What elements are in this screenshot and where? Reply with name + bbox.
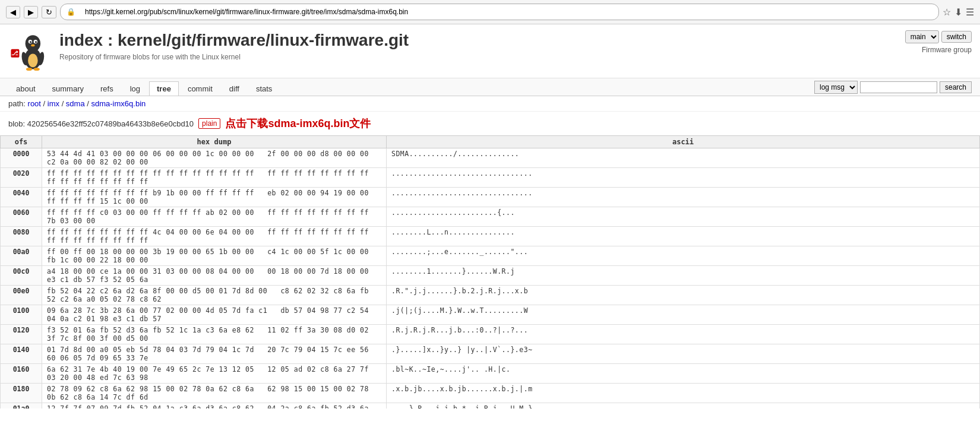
cell-hex: 01 7d 8d 00 a0 05 eb 5d 78 04 03 7d 79 0… bbox=[42, 344, 387, 364]
blob-info: blob: 420256546e32ff52c07489ba46433b8e6e… bbox=[0, 112, 980, 135]
cell-hex: 53 44 4d 41 03 00 00 00 06 00 00 00 1c 0… bbox=[42, 148, 387, 168]
cell-ascii: ................................ bbox=[387, 168, 980, 188]
cell-ascii: .j(|;(j....M.}.W..w.T.........W bbox=[387, 305, 980, 325]
cell-ofs: 0120 bbox=[1, 325, 42, 344]
cell-ofs: 0020 bbox=[1, 168, 42, 188]
hex-dump-container[interactable]: ofs hex dump ascii 0000 53 44 4d 41 03 0… bbox=[0, 135, 980, 408]
path-file[interactable]: sdma-imx6q.bin bbox=[91, 99, 146, 108]
cell-hex: 6a 62 31 7e 4b 40 19 00 7e 49 65 2c 7e 1… bbox=[42, 364, 387, 384]
reload-button[interactable]: ↻ bbox=[42, 6, 56, 18]
cell-ofs: 0160 bbox=[1, 364, 42, 384]
lock-icon: 🔒 bbox=[67, 8, 75, 16]
cell-hex: ff ff ff ff ff ff ff ff ff ff ff ff ff f… bbox=[42, 168, 387, 188]
cell-ofs: 00a0 bbox=[1, 246, 42, 266]
cell-hex: ff ff ff ff ff ff ff ff 4c 04 00 00 6e 0… bbox=[42, 227, 387, 246]
col-header-ofs: ofs bbox=[1, 136, 42, 148]
table-row: 0140 01 7d 8d 00 a0 05 eb 5d 78 04 03 7d… bbox=[1, 344, 980, 364]
cell-ofs: 00e0 bbox=[1, 286, 42, 305]
menu-icon[interactable]: ☰ bbox=[966, 7, 974, 18]
tab-diff[interactable]: diff bbox=[222, 81, 247, 96]
cell-ofs: 00c0 bbox=[1, 266, 42, 286]
tab-summary[interactable]: summary bbox=[45, 81, 91, 96]
branch-switch-area: main switch bbox=[905, 30, 972, 43]
repo-description: Repository of firmware blobs for use wit… bbox=[59, 53, 409, 61]
col-header-ascii: ascii bbox=[387, 136, 980, 148]
tab-commit[interactable]: commit bbox=[180, 81, 220, 96]
cell-hex: f3 52 01 6a fb 52 d3 6a fb 52 1c 1a c3 6… bbox=[42, 325, 387, 344]
cell-ofs: 0140 bbox=[1, 344, 42, 364]
svg-point-4 bbox=[26, 35, 40, 52]
path-imx[interactable]: imx bbox=[48, 99, 59, 108]
repo-info: index : kernel/git/firmware/linux-firmwa… bbox=[59, 30, 409, 61]
table-row: 00e0 fb 52 04 22 c2 6a d2 6a 8f 00 00 d5… bbox=[1, 286, 980, 305]
svg-point-9 bbox=[31, 45, 34, 47]
tab-log[interactable]: log bbox=[122, 81, 148, 96]
cell-ascii: .R.".j.j......}.b.2.j.R.j...x.b bbox=[387, 286, 980, 305]
search-bar: log msg search bbox=[814, 81, 972, 94]
col-header-hex: hex dump bbox=[42, 136, 387, 148]
cell-hex: ff 00 ff 00 18 00 00 00 3b 19 00 00 65 1… bbox=[42, 246, 387, 266]
svg-point-11 bbox=[34, 68, 40, 71]
cell-ascii: ....}.R...j.j.b.*..j.R.j...U.M.} bbox=[387, 403, 980, 409]
cell-ofs: 0080 bbox=[1, 227, 42, 246]
cell-hex: ff ff ff ff ff ff ff ff b9 1b 00 00 ff f… bbox=[42, 188, 387, 207]
cell-ascii: .}.....]x..}y..} |y..|.V`..}.e3~ bbox=[387, 344, 980, 364]
url-input[interactable] bbox=[79, 6, 932, 18]
table-row: 00c0 a4 18 00 00 ce 1a 00 00 31 03 00 00… bbox=[1, 266, 980, 286]
cell-ascii: SDMA........../.............. bbox=[387, 148, 980, 168]
nav-tabs: about summary refs log tree commit diff … bbox=[0, 78, 980, 96]
path-sdma[interactable]: sdma bbox=[66, 99, 85, 108]
cell-hex: fb 52 04 22 c2 6a d2 6a 8f 00 00 d5 00 0… bbox=[42, 286, 387, 305]
logo-area: ⎇ bbox=[8, 30, 50, 72]
cell-ascii: ........................{... bbox=[387, 207, 980, 227]
cell-ofs: 0040 bbox=[1, 188, 42, 207]
table-row: 0180 02 78 09 62 c8 6a 62 98 15 00 02 78… bbox=[1, 384, 980, 403]
cell-ascii: ........;...e......._......"... bbox=[387, 246, 980, 266]
search-button[interactable]: search bbox=[940, 81, 972, 93]
back-button[interactable]: ◀ bbox=[6, 6, 20, 18]
cell-ofs: 0180 bbox=[1, 384, 42, 403]
page-header: ⎇ index : kernel/git/firmware/linux-firm… bbox=[0, 24, 980, 78]
tab-refs[interactable]: refs bbox=[93, 81, 121, 96]
table-row: 00a0 ff 00 ff 00 18 00 00 00 3b 19 00 00… bbox=[1, 246, 980, 266]
switch-button[interactable]: switch bbox=[941, 31, 972, 43]
repo-title: index : kernel/git/firmware/linux-firmwa… bbox=[59, 30, 409, 50]
bookmark-icon[interactable]: ☆ bbox=[943, 7, 951, 18]
cell-ofs: 0000 bbox=[1, 148, 42, 168]
download-icon[interactable]: ⬇ bbox=[954, 7, 962, 18]
blob-hash: blob: 420256546e32ff52c07489ba46433b8e6e… bbox=[8, 119, 194, 128]
table-row: 0000 53 44 4d 41 03 00 00 00 06 00 00 00… bbox=[1, 148, 980, 168]
cell-hex: a4 18 00 00 ce 1a 00 00 31 03 00 00 08 0… bbox=[42, 266, 387, 286]
cell-ascii: ........1.......}......W.R.j bbox=[387, 266, 980, 286]
table-row: 0060 ff ff ff ff c0 03 00 00 ff ff ff ff… bbox=[1, 207, 980, 227]
table-row: 0080 ff ff ff ff ff ff ff ff 4c 04 00 00… bbox=[1, 227, 980, 246]
download-text: 点击下载sdma-imx6q.bin文件 bbox=[225, 116, 371, 131]
search-input[interactable] bbox=[860, 81, 937, 93]
cell-ascii: .R.j.R.j.R...j.b...:0..?|..?... bbox=[387, 325, 980, 344]
cell-hex: ff ff ff ff c0 03 00 00 ff ff ff ff ab 0… bbox=[42, 207, 387, 227]
forward-button[interactable]: ▶ bbox=[24, 6, 38, 18]
svg-point-7 bbox=[30, 41, 31, 43]
path-bar: path: root / imx / sdma / sdma-imx6q.bin bbox=[0, 96, 980, 112]
cell-hex: 09 6a 28 7c 3b 28 6a 00 77 02 00 00 4d 0… bbox=[42, 305, 387, 325]
svg-point-8 bbox=[35, 41, 37, 43]
cell-hex: 12 7f 7f 07 09 7d fb 52 04 1a c3 6a d3 6… bbox=[42, 403, 387, 409]
log-msg-select[interactable]: log msg bbox=[814, 81, 858, 94]
tux-logo: ⎇ bbox=[8, 30, 50, 72]
table-row: 0020 ff ff ff ff ff ff ff ff ff ff ff ff… bbox=[1, 168, 980, 188]
svg-point-10 bbox=[26, 68, 32, 71]
cell-ofs: 0060 bbox=[1, 207, 42, 227]
path-root[interactable]: root bbox=[28, 99, 41, 108]
table-row: 0100 09 6a 28 7c 3b 28 6a 00 77 02 00 00… bbox=[1, 305, 980, 325]
tab-about[interactable]: about bbox=[8, 81, 43, 96]
svg-text:⎇: ⎇ bbox=[11, 50, 18, 56]
tab-tree[interactable]: tree bbox=[149, 81, 179, 96]
table-row: 0160 6a 62 31 7e 4b 40 19 00 7e 49 65 2c… bbox=[1, 364, 980, 384]
cell-ofs: 0100 bbox=[1, 305, 42, 325]
browser-topbar: ◀ ▶ ↻ 🔒 ☆ ⬇ ☰ bbox=[0, 0, 980, 24]
tab-stats[interactable]: stats bbox=[248, 81, 280, 96]
branch-select[interactable]: main bbox=[905, 30, 939, 43]
plain-link[interactable]: plain bbox=[198, 118, 220, 129]
header-right: main switch Firmware group bbox=[905, 30, 972, 54]
cell-ascii: .x.b.jb....x.b.jb......x.b.j.|.m bbox=[387, 384, 980, 403]
